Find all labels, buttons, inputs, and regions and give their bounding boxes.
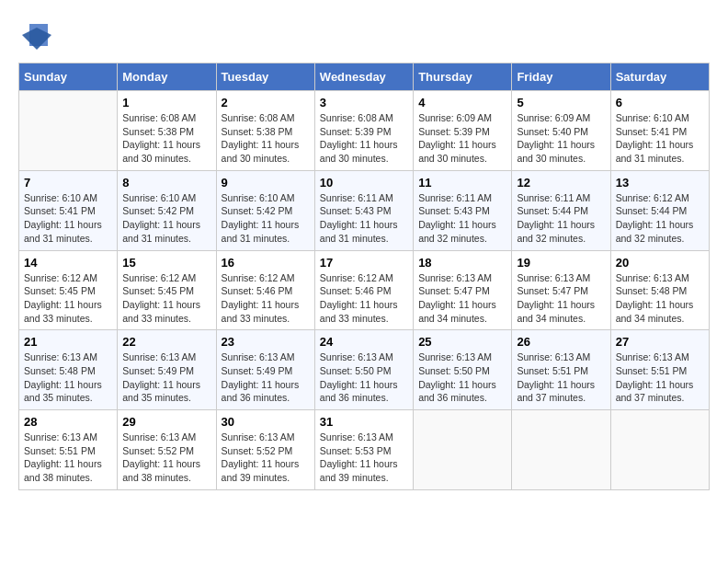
- day-number: 19: [517, 256, 605, 270]
- day-number: 3: [320, 96, 408, 109]
- calendar-cell: 14Sunrise: 6:12 AMSunset: 5:45 PMDayligh…: [19, 250, 118, 330]
- day-number: 5: [517, 96, 605, 109]
- day-info: Sunrise: 6:13 AMSunset: 5:51 PMDaylight:…: [616, 350, 704, 405]
- calendar-cell: [414, 410, 512, 490]
- calendar-week-4: 21Sunrise: 6:13 AMSunset: 5:48 PMDayligh…: [19, 330, 710, 410]
- day-number: 13: [616, 176, 704, 190]
- calendar-cell: 5Sunrise: 6:09 AMSunset: 5:40 PMDaylight…: [512, 91, 610, 171]
- day-info: Sunrise: 6:13 AMSunset: 5:47 PMDaylight:…: [418, 271, 506, 326]
- header-wednesday: Wednesday: [314, 63, 413, 91]
- header-sunday: Sunday: [19, 63, 118, 91]
- day-number: 31: [320, 415, 408, 429]
- day-number: 8: [122, 176, 210, 190]
- calendar-cell: 3Sunrise: 6:08 AMSunset: 5:39 PMDaylight…: [314, 91, 413, 171]
- calendar-cell: 13Sunrise: 6:12 AMSunset: 5:44 PMDayligh…: [610, 170, 709, 250]
- day-number: 4: [418, 96, 506, 109]
- calendar-header-row: SundayMondayTuesdayWednesdayThursdayFrid…: [19, 63, 710, 91]
- day-number: 11: [418, 176, 506, 190]
- day-number: 24: [320, 335, 408, 349]
- day-info: Sunrise: 6:12 AMSunset: 5:46 PMDaylight:…: [222, 271, 310, 326]
- calendar-cell: 19Sunrise: 6:13 AMSunset: 5:47 PMDayligh…: [512, 250, 610, 330]
- calendar-cell: 17Sunrise: 6:12 AMSunset: 5:46 PMDayligh…: [314, 250, 413, 330]
- day-info: Sunrise: 6:13 AMSunset: 5:48 PMDaylight:…: [24, 350, 112, 405]
- calendar-cell: 9Sunrise: 6:10 AMSunset: 5:42 PMDaylight…: [216, 170, 314, 250]
- header-thursday: Thursday: [414, 63, 512, 91]
- day-info: Sunrise: 6:10 AMSunset: 5:42 PMDaylight:…: [222, 191, 310, 246]
- calendar-cell: 2Sunrise: 6:08 AMSunset: 5:38 PMDaylight…: [216, 91, 314, 171]
- day-info: Sunrise: 6:13 AMSunset: 5:50 PMDaylight:…: [418, 350, 506, 405]
- day-number: 15: [122, 256, 210, 270]
- calendar-cell: 22Sunrise: 6:13 AMSunset: 5:49 PMDayligh…: [118, 330, 216, 410]
- day-number: 25: [418, 335, 506, 349]
- calendar-cell: [19, 91, 118, 171]
- header-friday: Friday: [512, 63, 610, 91]
- day-info: Sunrise: 6:12 AMSunset: 5:45 PMDaylight:…: [24, 271, 112, 326]
- day-info: Sunrise: 6:08 AMSunset: 5:38 PMDaylight:…: [122, 111, 210, 166]
- day-number: 20: [616, 256, 704, 270]
- calendar-cell: 4Sunrise: 6:09 AMSunset: 5:39 PMDaylight…: [414, 91, 512, 171]
- day-number: 21: [24, 335, 112, 349]
- day-info: Sunrise: 6:13 AMSunset: 5:52 PMDaylight:…: [122, 431, 210, 485]
- day-number: 1: [122, 96, 210, 109]
- page-header: [18, 18, 710, 53]
- day-number: 17: [320, 256, 408, 270]
- day-info: Sunrise: 6:13 AMSunset: 5:48 PMDaylight:…: [616, 271, 704, 326]
- day-info: Sunrise: 6:13 AMSunset: 5:51 PMDaylight:…: [517, 350, 605, 405]
- calendar-week-1: 1Sunrise: 6:08 AMSunset: 5:38 PMDaylight…: [19, 91, 710, 171]
- calendar-cell: 7Sunrise: 6:10 AMSunset: 5:41 PMDaylight…: [19, 170, 118, 250]
- header-saturday: Saturday: [610, 63, 709, 91]
- calendar-cell: 23Sunrise: 6:13 AMSunset: 5:49 PMDayligh…: [216, 330, 314, 410]
- day-number: 14: [24, 256, 112, 270]
- day-info: Sunrise: 6:13 AMSunset: 5:47 PMDaylight:…: [517, 271, 605, 326]
- calendar-cell: 8Sunrise: 6:10 AMSunset: 5:42 PMDaylight…: [118, 170, 216, 250]
- calendar-cell: 24Sunrise: 6:13 AMSunset: 5:50 PMDayligh…: [314, 330, 413, 410]
- day-number: 18: [418, 256, 506, 270]
- day-number: 7: [24, 176, 112, 190]
- day-info: Sunrise: 6:08 AMSunset: 5:39 PMDaylight:…: [320, 111, 408, 166]
- calendar-cell: [512, 410, 610, 490]
- day-number: 10: [320, 176, 408, 190]
- calendar-cell: 12Sunrise: 6:11 AMSunset: 5:44 PMDayligh…: [512, 170, 610, 250]
- calendar-cell: 31Sunrise: 6:13 AMSunset: 5:53 PMDayligh…: [314, 410, 413, 490]
- day-info: Sunrise: 6:10 AMSunset: 5:42 PMDaylight:…: [122, 191, 210, 246]
- calendar-cell: [610, 410, 709, 490]
- day-number: 23: [222, 335, 310, 349]
- calendar-week-5: 28Sunrise: 6:13 AMSunset: 5:51 PMDayligh…: [19, 410, 710, 490]
- logo: [18, 18, 51, 53]
- header-tuesday: Tuesday: [216, 63, 314, 91]
- day-info: Sunrise: 6:13 AMSunset: 5:51 PMDaylight:…: [24, 431, 112, 485]
- calendar-cell: 10Sunrise: 6:11 AMSunset: 5:43 PMDayligh…: [314, 170, 413, 250]
- day-info: Sunrise: 6:13 AMSunset: 5:50 PMDaylight:…: [320, 350, 408, 405]
- day-info: Sunrise: 6:10 AMSunset: 5:41 PMDaylight:…: [24, 191, 112, 246]
- day-info: Sunrise: 6:12 AMSunset: 5:46 PMDaylight:…: [320, 271, 408, 326]
- day-number: 29: [122, 415, 210, 429]
- day-number: 27: [616, 335, 704, 349]
- calendar-week-2: 7Sunrise: 6:10 AMSunset: 5:41 PMDaylight…: [19, 170, 710, 250]
- calendar-cell: 25Sunrise: 6:13 AMSunset: 5:50 PMDayligh…: [414, 330, 512, 410]
- calendar-cell: 6Sunrise: 6:10 AMSunset: 5:41 PMDaylight…: [610, 91, 709, 171]
- day-number: 6: [616, 96, 704, 109]
- day-number: 22: [122, 335, 210, 349]
- calendar-cell: 18Sunrise: 6:13 AMSunset: 5:47 PMDayligh…: [414, 250, 512, 330]
- day-info: Sunrise: 6:12 AMSunset: 5:44 PMDaylight:…: [616, 191, 704, 246]
- calendar-cell: 27Sunrise: 6:13 AMSunset: 5:51 PMDayligh…: [610, 330, 709, 410]
- day-number: 16: [222, 256, 310, 270]
- day-info: Sunrise: 6:13 AMSunset: 5:53 PMDaylight:…: [320, 431, 408, 485]
- day-info: Sunrise: 6:09 AMSunset: 5:39 PMDaylight:…: [418, 111, 506, 166]
- day-number: 12: [517, 176, 605, 190]
- calendar-week-3: 14Sunrise: 6:12 AMSunset: 5:45 PMDayligh…: [19, 250, 710, 330]
- calendar-cell: 30Sunrise: 6:13 AMSunset: 5:52 PMDayligh…: [216, 410, 314, 490]
- calendar-cell: 29Sunrise: 6:13 AMSunset: 5:52 PMDayligh…: [118, 410, 216, 490]
- calendar-cell: 26Sunrise: 6:13 AMSunset: 5:51 PMDayligh…: [512, 330, 610, 410]
- day-number: 2: [222, 96, 310, 109]
- day-info: Sunrise: 6:09 AMSunset: 5:40 PMDaylight:…: [517, 111, 605, 166]
- day-info: Sunrise: 6:13 AMSunset: 5:52 PMDaylight:…: [222, 431, 310, 485]
- day-number: 9: [222, 176, 310, 190]
- day-info: Sunrise: 6:11 AMSunset: 5:43 PMDaylight:…: [320, 191, 408, 246]
- day-info: Sunrise: 6:13 AMSunset: 5:49 PMDaylight:…: [222, 350, 310, 405]
- day-info: Sunrise: 6:10 AMSunset: 5:41 PMDaylight:…: [616, 111, 704, 166]
- day-info: Sunrise: 6:08 AMSunset: 5:38 PMDaylight:…: [222, 111, 310, 166]
- calendar-cell: 20Sunrise: 6:13 AMSunset: 5:48 PMDayligh…: [610, 250, 709, 330]
- day-info: Sunrise: 6:12 AMSunset: 5:45 PMDaylight:…: [122, 271, 210, 326]
- header-monday: Monday: [118, 63, 216, 91]
